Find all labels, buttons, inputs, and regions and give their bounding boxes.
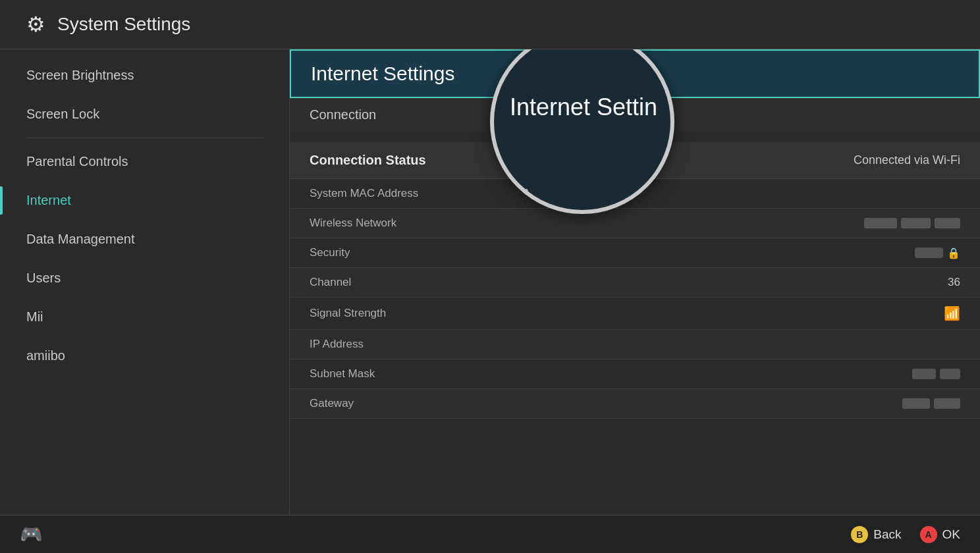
- detail-label-ip-address: IP Address: [310, 338, 364, 351]
- sidebar-item-screen-brightness[interactable]: Screen Brightness: [0, 56, 289, 95]
- detail-value-subnet-mask: [912, 369, 960, 379]
- sidebar-divider: [26, 138, 263, 138]
- detail-row-channel: Channel36: [290, 268, 980, 298]
- page-title: System Settings: [57, 14, 190, 35]
- sidebar: Screen BrightnessScreen LockParental Con…: [0, 49, 290, 515]
- detail-value-wireless-network: [864, 218, 960, 228]
- blur-block: [934, 398, 960, 409]
- detail-row-security: Security🔒: [290, 238, 980, 268]
- bottom-buttons: B Back A OK: [851, 526, 960, 543]
- back-button[interactable]: B Back: [851, 526, 901, 543]
- subtitle-text: Connection: [310, 107, 376, 122]
- content-wrapper: Internet Settin ion Internet Settings Co…: [290, 49, 980, 419]
- bottom-bar: 🎮 B Back A OK: [0, 515, 980, 553]
- detail-label-wireless-network: Wireless Network: [310, 217, 396, 230]
- blur-block: [915, 248, 943, 258]
- a-button-circle: A: [920, 526, 937, 543]
- blur-block: [935, 218, 960, 228]
- detail-label-channel: Channel: [310, 276, 351, 289]
- content-area: Internet Settin ion Internet Settings Co…: [290, 49, 980, 515]
- detail-value-security: 🔒: [915, 247, 960, 259]
- connection-status-label: Connection Status: [310, 153, 426, 168]
- settings-gear-icon: ⚙: [26, 12, 45, 37]
- detail-row-ip-address: IP Address: [290, 330, 980, 359]
- main-layout: Screen BrightnessScreen LockParental Con…: [0, 49, 980, 515]
- sidebar-item-parental-controls[interactable]: Parental Controls: [0, 142, 289, 181]
- detail-row-signal-strength: Signal Strength📶: [290, 298, 980, 330]
- console-icon: 🎮: [20, 523, 43, 545]
- ok-label: OK: [942, 527, 960, 542]
- connection-status-value: Connected via Wi-Fi: [854, 153, 960, 167]
- blur-block: [912, 369, 935, 379]
- b-button-circle: B: [851, 526, 868, 543]
- detail-value-gateway: [902, 398, 960, 409]
- detail-label-gateway: Gateway: [310, 397, 354, 410]
- detail-row-gateway: Gateway: [290, 389, 980, 419]
- detail-label-signal-strength: Signal Strength: [310, 307, 386, 320]
- sidebar-item-users[interactable]: Users: [0, 259, 289, 298]
- selected-title-text: Internet Settings: [311, 63, 454, 85]
- magnifier-text: Internet Settin: [510, 93, 657, 121]
- sidebar-item-amiibo[interactable]: amiibo: [0, 336, 289, 375]
- sidebar-item-data-management[interactable]: Data Management: [0, 220, 289, 259]
- blur-block: [901, 218, 931, 228]
- wifi-signal-icon: 📶: [944, 305, 960, 321]
- sidebar-item-internet[interactable]: Internet: [0, 181, 289, 220]
- detail-row-subnet-mask: Subnet Mask: [290, 359, 980, 389]
- back-label: Back: [873, 527, 901, 542]
- detail-row-wireless-network: Wireless Network: [290, 209, 980, 238]
- blur-block: [902, 398, 930, 409]
- detail-value-signal-strength: 📶: [944, 305, 960, 321]
- detail-label-mac-address: System MAC Address: [310, 187, 418, 200]
- blur-block: [864, 218, 897, 228]
- detail-label-security: Security: [310, 246, 350, 259]
- detail-value-channel: 36: [948, 276, 960, 289]
- blur-block: [940, 369, 960, 379]
- detail-label-subnet-mask: Subnet Mask: [310, 367, 375, 381]
- detail-rows-container: System MAC AddressWireless NetworkSecuri…: [290, 179, 980, 419]
- magnifier-content: Internet Settin: [494, 49, 670, 177]
- sidebar-item-screen-lock[interactable]: Screen Lock: [0, 95, 289, 134]
- ok-button[interactable]: A OK: [920, 526, 960, 543]
- header: ⚙ System Settings: [0, 0, 980, 49]
- lock-icon: 🔒: [947, 247, 960, 259]
- sidebar-item-mii[interactable]: Mii: [0, 298, 289, 336]
